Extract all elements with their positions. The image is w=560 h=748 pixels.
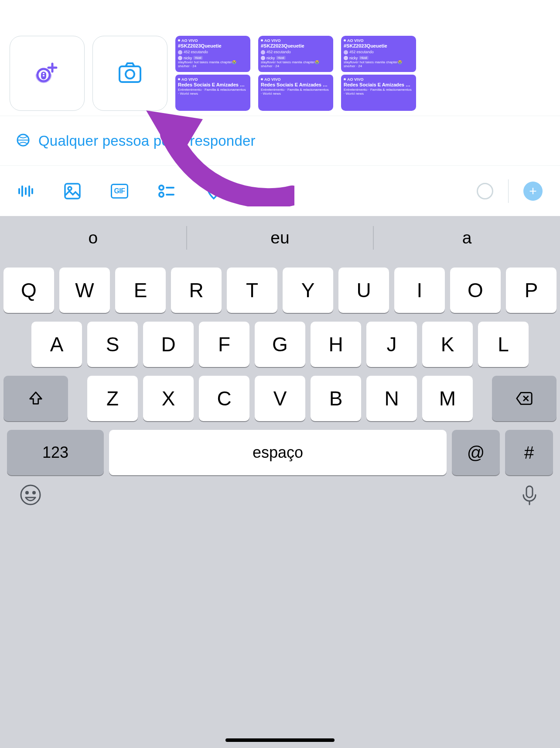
key-p[interactable]: P xyxy=(506,268,557,313)
svg-point-15 xyxy=(33,492,35,494)
key-i[interactable]: I xyxy=(394,268,445,313)
camera-icon xyxy=(118,60,142,86)
svg-point-11 xyxy=(212,187,216,192)
svg-point-8 xyxy=(68,187,72,190)
add-poll-button[interactable] xyxy=(158,182,175,200)
live-badge: AO VIVO xyxy=(178,38,248,43)
char-count-circle xyxy=(477,183,493,199)
key-b[interactable]: B xyxy=(311,376,361,421)
add-gif-button[interactable]: GIF xyxy=(111,184,128,199)
reply-scope-button[interactable]: Qualquer pessoa pode responder xyxy=(0,116,560,166)
key-v[interactable]: V xyxy=(255,376,305,421)
spaces-create-icon xyxy=(33,59,61,87)
key-row-3: Z X C V B N M xyxy=(3,376,557,421)
voice-tweet-button[interactable] xyxy=(17,183,34,199)
shift-key[interactable] xyxy=(3,376,68,421)
space-title: #SKZ2023Queuetie xyxy=(178,43,248,49)
space-card: AO VIVO Redes Sociais E Amizades Para A … xyxy=(341,75,416,111)
space-card: AO VIVO Redes Sociais E Amizades Para A … xyxy=(258,75,333,111)
svg-point-10 xyxy=(159,192,164,197)
media-picker-row: AO VIVO #SKZ2023Queuetie 452 escutando n… xyxy=(0,0,560,116)
gif-icon: GIF xyxy=(111,184,128,199)
key-t[interactable]: T xyxy=(227,268,277,313)
svg-rect-16 xyxy=(526,486,533,498)
reply-scope-label: Qualquer pessoa pode responder xyxy=(38,133,256,149)
svg-point-9 xyxy=(159,185,164,190)
space-card: AO VIVO Redes Sociais E Amizades Para A … xyxy=(175,75,250,111)
media-thumbnail[interactable]: AO VIVO #SKZ2023Queuetie 452 escutando n… xyxy=(258,36,333,111)
key-s[interactable]: S xyxy=(87,322,138,367)
svg-rect-7 xyxy=(65,184,80,199)
live-badge: AO VIVO xyxy=(178,77,248,82)
suggestion[interactable]: eu xyxy=(187,228,373,247)
media-thumbnail[interactable]: AO VIVO #SKZ2023Queuetie 452 escutando n… xyxy=(175,36,250,111)
svg-point-14 xyxy=(26,492,28,494)
add-thread-button[interactable]: + xyxy=(523,182,543,201)
key-row-1: Q W E R T Y U I O P xyxy=(3,268,557,313)
svg-rect-2 xyxy=(43,73,44,74)
create-space-button[interactable] xyxy=(10,36,85,111)
media-thumbnail[interactable]: AO VIVO #SKZ2023Queuetie 452 escutando n… xyxy=(341,36,416,111)
key-z[interactable]: Z xyxy=(87,376,138,421)
svg-point-5 xyxy=(126,70,134,79)
key-a[interactable]: A xyxy=(31,322,82,367)
suggestion[interactable]: o xyxy=(0,228,186,247)
key-o[interactable]: O xyxy=(450,268,501,313)
hash-key[interactable]: # xyxy=(505,430,553,475)
key-m[interactable]: M xyxy=(422,376,473,421)
key-l[interactable]: L xyxy=(478,322,529,367)
space-key[interactable]: espaço xyxy=(109,430,447,475)
add-location-button[interactable] xyxy=(205,182,222,200)
at-key[interactable]: @ xyxy=(452,430,500,475)
key-c[interactable]: C xyxy=(199,376,249,421)
add-image-button[interactable] xyxy=(64,182,81,200)
svg-rect-4 xyxy=(120,66,140,82)
suggestion[interactable]: a xyxy=(374,228,560,247)
space-desc: Entretenimento · Família & relacionament… xyxy=(178,88,248,96)
key-g[interactable]: G xyxy=(255,322,305,367)
key-x[interactable]: X xyxy=(143,376,194,421)
compose-toolbar: GIF + xyxy=(0,166,560,216)
space-card: AO VIVO #SKZ2023Queuetie 452 escutando n… xyxy=(258,36,333,72)
dictation-button[interactable] xyxy=(519,484,540,508)
svg-point-13 xyxy=(21,485,40,504)
key-u[interactable]: U xyxy=(338,268,389,313)
space-title: Redes Sociais E Amizades Para A Vida😢😊😊 xyxy=(178,82,248,88)
space-card: AO VIVO #SKZ2023Queuetie 452 escutando n… xyxy=(341,36,416,72)
key-e[interactable]: E xyxy=(115,268,166,313)
key-w[interactable]: W xyxy=(59,268,110,313)
toolbar-divider xyxy=(508,179,509,203)
key-r[interactable]: R xyxy=(171,268,222,313)
keyboard: o eu a Q W E R T Y U I O P A S D F G H J… xyxy=(0,216,560,748)
backspace-key[interactable] xyxy=(492,376,557,421)
emoji-keyboard-button[interactable] xyxy=(20,484,41,508)
numeric-key[interactable]: 123 xyxy=(7,430,104,475)
key-h[interactable]: H xyxy=(311,322,361,367)
key-k[interactable]: K xyxy=(422,322,473,367)
suggestion-bar: o eu a xyxy=(0,216,560,260)
key-y[interactable]: Y xyxy=(283,268,333,313)
svg-rect-3 xyxy=(43,75,44,76)
key-f[interactable]: F xyxy=(199,322,249,367)
key-d[interactable]: D xyxy=(143,322,194,367)
key-j[interactable]: J xyxy=(366,322,417,367)
globe-icon xyxy=(17,134,30,148)
space-desc: stayflover hot takes manila chapter😭 she… xyxy=(178,61,248,69)
key-q[interactable]: Q xyxy=(3,268,54,313)
camera-button[interactable] xyxy=(92,36,167,111)
key-row-4: 123 espaço @ # xyxy=(3,430,557,475)
key-row-2: A S D F G H J K L xyxy=(3,322,557,367)
space-listeners: 452 escutando xyxy=(178,50,248,54)
space-card: AO VIVO #SKZ2023Queuetie 452 escutando n… xyxy=(175,36,250,72)
key-n[interactable]: N xyxy=(366,376,417,421)
home-indicator xyxy=(225,738,335,742)
space-host: nicky Host xyxy=(178,56,248,60)
